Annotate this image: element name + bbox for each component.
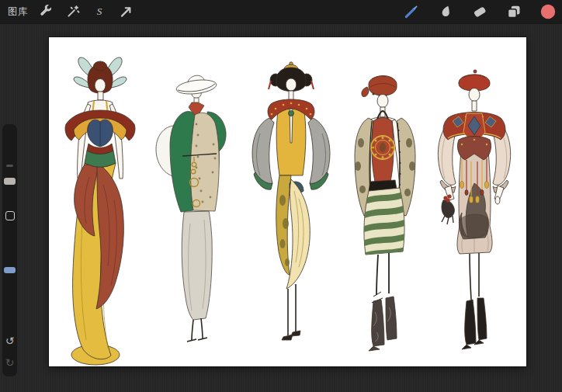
brush-sidebar: ↺ ↻ <box>2 124 17 376</box>
erase-tool-button[interactable] <box>472 4 487 19</box>
transform-button[interactable] <box>118 4 134 19</box>
look-2-illustration <box>148 68 249 383</box>
eraser-icon <box>472 4 487 19</box>
top-toolbar: 图库 S <box>0 0 562 23</box>
look-4-illustration <box>335 64 435 378</box>
fashion-figure-2 <box>148 68 249 383</box>
look-3-illustration <box>243 59 344 373</box>
brush-size-slider[interactable] <box>4 178 16 185</box>
actions-button[interactable] <box>39 4 54 19</box>
magic-wand-icon <box>65 4 81 19</box>
slider-tick <box>6 165 13 167</box>
selection-s-icon: S <box>97 5 102 18</box>
fashion-figure-4 <box>335 64 435 378</box>
transform-arrow-icon <box>118 4 134 19</box>
fashion-figure-1 <box>52 53 153 367</box>
fashion-figure-3 <box>243 59 344 373</box>
opacity-slider[interactable] <box>4 267 16 273</box>
drawing-canvas[interactable] <box>49 37 526 366</box>
adjustments-button[interactable] <box>65 4 81 19</box>
modify-button[interactable] <box>5 211 15 220</box>
look-5-illustration <box>426 67 527 381</box>
layers-icon <box>506 4 522 19</box>
smudge-icon <box>438 4 453 19</box>
selection-button[interactable]: S <box>92 4 107 19</box>
look-1-illustration <box>52 53 153 367</box>
brush-icon <box>404 4 419 19</box>
layers-button[interactable] <box>506 4 522 19</box>
smudge-tool-button[interactable] <box>438 4 453 19</box>
paint-tool-button[interactable] <box>404 4 419 19</box>
redo-button[interactable]: ↻ <box>2 357 17 368</box>
toolbar-right-group <box>404 4 562 19</box>
wrench-icon <box>39 4 54 19</box>
color-button[interactable] <box>540 4 556 19</box>
color-swatch-icon <box>540 4 556 19</box>
gallery-button[interactable]: 图库 <box>8 5 28 19</box>
fashion-figure-5 <box>426 67 527 381</box>
undo-button[interactable]: ↺ <box>2 335 17 346</box>
toolbar-left-group: 图库 S <box>0 4 134 19</box>
